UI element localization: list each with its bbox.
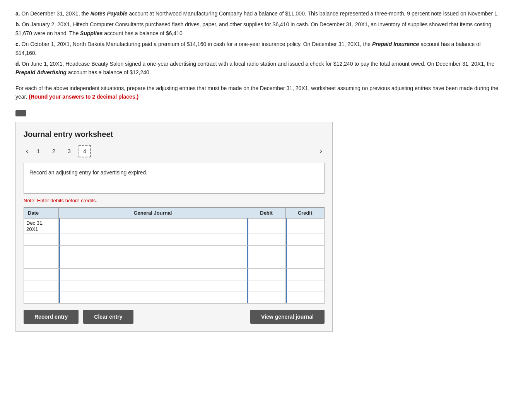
- date-cell-1: Dec 31,20X1: [24, 218, 59, 234]
- table-row: [24, 246, 325, 257]
- journal-input-7[interactable]: [61, 295, 244, 300]
- problem-text: a. On December 31, 20X1, the Notes Payab…: [15, 9, 501, 77]
- credit-cell-5[interactable]: [286, 269, 325, 280]
- credit-input-1[interactable]: [288, 223, 322, 229]
- next-tab-button[interactable]: ›: [318, 147, 325, 155]
- debit-input-3[interactable]: [249, 248, 283, 254]
- debit-input-7[interactable]: [249, 295, 283, 300]
- credit-cell-7[interactable]: [286, 292, 325, 304]
- rounding-instruction: (Round your answers to 2 decimal places.…: [29, 94, 138, 100]
- problem-b: b. On January 2, 20X1, Hitech Computer C…: [15, 20, 501, 38]
- view-general-journal-button[interactable]: View general journal: [250, 310, 325, 324]
- journal-cell-1[interactable]: [59, 218, 247, 234]
- notes-payable-label: Notes Payable: [91, 10, 128, 17]
- credit-input-6[interactable]: [288, 283, 322, 289]
- credit-input-2[interactable]: [288, 237, 322, 242]
- debit-header: Debit: [247, 207, 286, 218]
- journal-input-3[interactable]: [61, 248, 244, 254]
- debit-cell-4[interactable]: [247, 257, 286, 269]
- debit-cell-6[interactable]: [247, 280, 286, 292]
- date-cell-5: [24, 269, 59, 280]
- prepaid-insurance-label: Prepaid Insurance: [372, 41, 419, 47]
- journal-input-6[interactable]: [61, 283, 244, 289]
- journal-input-4[interactable]: [61, 260, 244, 266]
- credit-header: Credit: [286, 207, 325, 218]
- record-entry-button[interactable]: Record entry: [24, 310, 79, 324]
- debit-cell-5[interactable]: [247, 269, 286, 280]
- debit-input-6[interactable]: [249, 283, 283, 289]
- date-cell-7: [24, 292, 59, 304]
- journal-input-1[interactable]: [61, 223, 244, 229]
- journal-cell-2[interactable]: [59, 234, 247, 246]
- tab-2[interactable]: 2: [48, 145, 60, 157]
- tab-row: ‹ 1 2 3 4 ›: [24, 145, 325, 157]
- table-row: [24, 269, 325, 280]
- table-row: [24, 292, 325, 304]
- debit-input-1[interactable]: [249, 223, 283, 229]
- journal-cell-4[interactable]: [59, 257, 247, 269]
- table-row: [24, 234, 325, 246]
- problem-a: a. On December 31, 20X1, the Notes Payab…: [15, 9, 501, 18]
- journal-input-5[interactable]: [61, 271, 244, 277]
- credit-input-5[interactable]: [288, 271, 322, 277]
- debit-cell-7[interactable]: [247, 292, 286, 304]
- journal-cell-5[interactable]: [59, 269, 247, 280]
- tab-4[interactable]: 4: [79, 145, 91, 157]
- tab-3[interactable]: 3: [63, 145, 75, 157]
- date-header: Date: [24, 207, 59, 218]
- credit-input-4[interactable]: [288, 260, 322, 266]
- date-cell-4: [24, 257, 59, 269]
- problem-d: d. On June 1, 20X1, Headcase Beauty Salo…: [15, 60, 501, 77]
- credit-input-7[interactable]: [288, 295, 322, 300]
- note-text: Note: Enter debits before credits.: [24, 198, 325, 203]
- prepaid-advertising-label: Prepaid Advertising: [15, 69, 67, 75]
- date-cell-6: [24, 280, 59, 292]
- table-row: Dec 31,20X1: [24, 218, 325, 234]
- tab-1[interactable]: 1: [32, 145, 44, 157]
- credit-cell-4[interactable]: [286, 257, 325, 269]
- credit-cell-2[interactable]: [286, 234, 325, 246]
- journal-cell-7[interactable]: [59, 292, 247, 304]
- debit-input-4[interactable]: [249, 260, 283, 266]
- debit-cell-2[interactable]: [247, 234, 286, 246]
- credit-cell-6[interactable]: [286, 280, 325, 292]
- clear-entry-button[interactable]: Clear entry: [83, 310, 133, 324]
- journal-cell-3[interactable]: [59, 246, 247, 257]
- table-row: [24, 280, 325, 292]
- prev-tab-button[interactable]: ‹: [24, 147, 31, 155]
- worksheet-container: Journal entry worksheet ‹ 1 2 3 4 › Reco…: [15, 122, 333, 332]
- debit-cell-3[interactable]: [247, 246, 286, 257]
- date-cell-3: [24, 246, 59, 257]
- credit-cell-1[interactable]: [286, 218, 325, 234]
- description-box: Record an adjusting entry for advertisin…: [24, 163, 325, 194]
- problem-c: c. On October 1, 20X1, North Dakota Manu…: [15, 40, 501, 57]
- credit-cell-3[interactable]: [286, 246, 325, 257]
- journal-table: Date General Journal Debit Credit Dec 31…: [24, 207, 325, 304]
- debit-cell-1[interactable]: [247, 218, 286, 234]
- date-value-1: Dec 31,20X1: [26, 220, 56, 233]
- journal-header: General Journal: [59, 207, 247, 218]
- debit-input-5[interactable]: [249, 271, 283, 277]
- view-transaction-list-button[interactable]: [15, 110, 26, 116]
- credit-input-3[interactable]: [288, 248, 322, 254]
- instruction-text: For each of the above independent situat…: [15, 84, 501, 101]
- journal-input-2[interactable]: [61, 237, 244, 242]
- journal-cell-6[interactable]: [59, 280, 247, 292]
- table-row: [24, 257, 325, 269]
- supplies-label: Supplies: [80, 30, 103, 36]
- button-row: Record entry Clear entry View general jo…: [24, 310, 325, 324]
- worksheet-title: Journal entry worksheet: [24, 130, 325, 139]
- date-cell-2: [24, 234, 59, 246]
- debit-input-2[interactable]: [249, 237, 283, 242]
